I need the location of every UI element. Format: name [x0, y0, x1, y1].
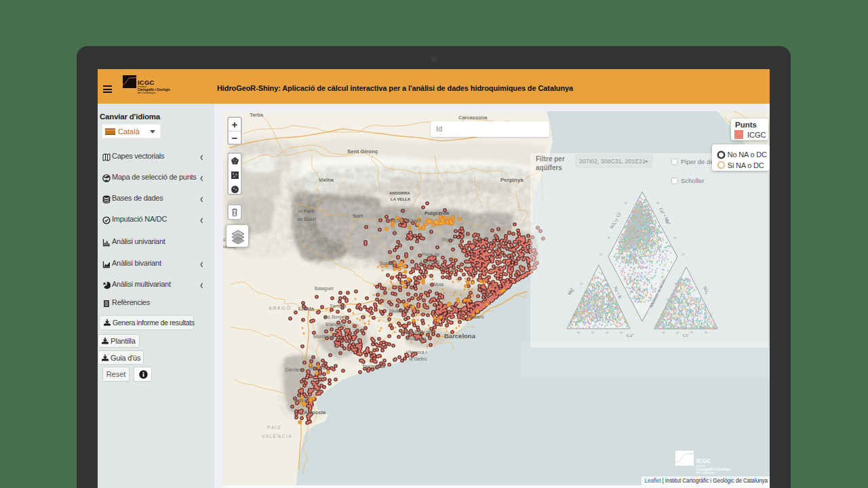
svg-text:Ripoll: Ripoll — [442, 237, 454, 243]
svg-text:Llobregat: Llobregat — [406, 336, 426, 342]
svg-text:Balaguer: Balaguer — [315, 286, 334, 291]
svg-text:Lluçanès: Lluçanès — [420, 260, 440, 265]
svg-text:Blanques: Blanques — [326, 322, 346, 327]
svg-text:20: 20 — [573, 313, 576, 317]
svg-text:la Geltrú: la Geltrú — [409, 357, 427, 361]
svg-text:Sant Feliu de: Sant Feliu de — [403, 329, 431, 334]
svg-text:Perpinyà: Perpinyà — [500, 177, 524, 183]
svg-text:Puigcerdà: Puigcerdà — [425, 210, 450, 216]
svg-text:les Borges: les Borges — [324, 314, 347, 320]
svg-text:Filtre per: Filtre per — [536, 155, 565, 163]
svg-text:Cl⁻: Cl⁻ — [683, 333, 690, 338]
svg-text:60: 60 — [587, 298, 590, 301]
svg-text:Tortosa: Tortosa — [293, 398, 309, 403]
svg-text:Prats de: Prats de — [422, 252, 439, 257]
svg-text:80: 80 — [577, 331, 580, 334]
svg-text:P A Í S: P A Í S — [267, 424, 281, 430]
svg-text:60: 60 — [616, 219, 618, 222]
svg-text:Igualada: Igualada — [389, 308, 408, 314]
svg-text:aqüífers: aqüífers — [536, 164, 562, 171]
svg-text:Móra d'E: Móra d'E — [309, 365, 326, 370]
svg-text:307I02, 308C31, 201E21: 307I02, 308C31, 201E21 — [579, 158, 646, 165]
svg-text:20: 20 — [662, 331, 665, 334]
svg-text:Sent Gironç: Sent Gironç — [347, 148, 378, 155]
svg-text:40: 40 — [606, 331, 608, 334]
svg-text:60: 60 — [690, 331, 693, 334]
svg-text:LA VELLA: LA VELLA — [391, 197, 411, 201]
svg-text:V A L È N C I A: V A L È N C I A — [262, 433, 292, 439]
svg-text:Vic: Vic — [449, 268, 456, 272]
svg-text:80: 80 — [656, 201, 659, 205]
svg-text:60: 60 — [667, 298, 669, 301]
svg-text:Scholler: Scholler — [681, 177, 704, 184]
svg-text:el Pont: el Pont — [298, 209, 315, 214]
svg-text:60: 60 — [665, 219, 668, 222]
svg-text:40: 40 — [673, 236, 676, 239]
svg-text:20: 20 — [599, 253, 602, 256]
svg-text:Vielha: Vielha — [319, 177, 334, 183]
svg-text:80: 80 — [625, 201, 627, 205]
svg-text:ANDORRA: ANDORRA — [389, 191, 410, 195]
svg-text:30: 30 — [580, 282, 583, 285]
svg-text:de Suert: de Suert — [297, 217, 317, 222]
svg-text:60: 60 — [591, 331, 594, 334]
svg-text:Amposta: Amposta — [304, 409, 326, 415]
svg-text:80: 80 — [705, 331, 707, 334]
svg-text:Solsona: Solsona — [380, 261, 397, 266]
svg-text:anyoles: anyoles — [495, 245, 511, 251]
svg-text:Vilanova i: Vilanova i — [406, 350, 427, 354]
svg-text:A R A G Ó: A R A G Ó — [269, 305, 290, 310]
svg-text:Montblanc: Montblanc — [313, 334, 336, 339]
svg-text:Carcassona: Carcassona — [458, 115, 488, 121]
svg-text:Barcelona: Barcelona — [444, 332, 476, 340]
svg-text:Mataró: Mataró — [468, 314, 484, 320]
svg-text:20: 20 — [709, 313, 712, 317]
svg-text:Moià: Moià — [433, 282, 443, 287]
svg-text:Tarragona: Tarragona — [362, 363, 386, 369]
svg-text:de Catalunya: de Catalunya — [696, 471, 715, 474]
svg-text:80: 80 — [675, 282, 677, 285]
svg-text:Tarba: Tarba — [250, 112, 264, 118]
svg-text:Mg HCO3: Mg HCO3 — [626, 286, 639, 289]
svg-text:Gandesa: Gandesa — [285, 367, 304, 372]
svg-text:Ca²: Ca² — [627, 333, 633, 338]
svg-text:40: 40 — [676, 331, 679, 334]
svg-text:Tàrrega: Tàrrega — [330, 304, 347, 309]
svg-text:Na HCO3: Na HCO3 — [625, 278, 637, 281]
svg-text:Lleida: Lleida — [298, 306, 315, 312]
svg-text:40: 40 — [608, 236, 610, 239]
svg-text:20: 20 — [620, 331, 623, 334]
svg-text:ICGC: ICGC — [696, 458, 711, 464]
svg-text:Sort: Sort — [353, 213, 363, 219]
svg-text:20: 20 — [682, 253, 684, 256]
svg-text:la Seu d'Urgell: la Seu d'Urgell — [392, 218, 421, 224]
